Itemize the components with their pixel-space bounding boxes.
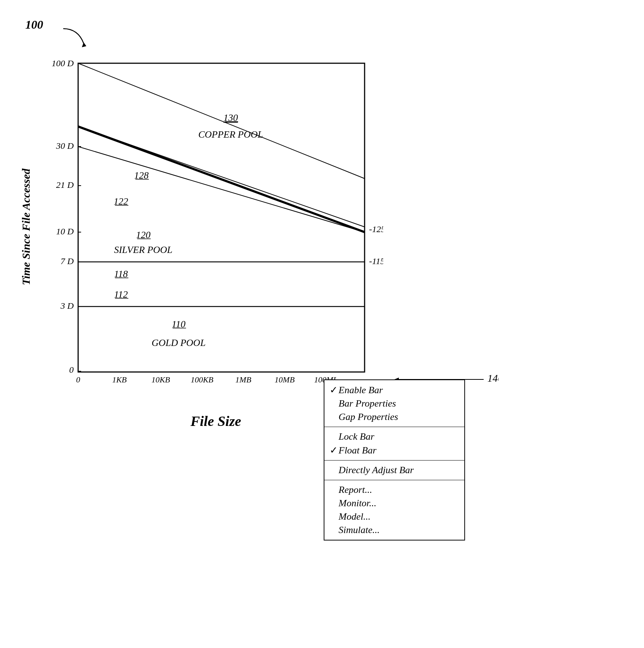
check-directly-adjust xyxy=(330,465,337,476)
check-simulate xyxy=(330,525,337,536)
bar-properties-label: Bar Properties xyxy=(339,398,396,409)
menu-section-1: ✓ Enable Bar Bar Properties Gap Properti… xyxy=(324,380,464,427)
svg-text:COPPER POOL: COPPER POOL xyxy=(198,129,263,140)
check-gap-properties xyxy=(330,411,337,423)
svg-marker-0 xyxy=(82,42,86,47)
lock-bar-label: Lock Bar xyxy=(339,431,374,442)
menu-item-monitor[interactable]: Monitor... xyxy=(330,497,459,510)
svg-text:30 D: 30 D xyxy=(56,141,74,151)
svg-text:100KB: 100KB xyxy=(190,375,213,384)
svg-text:-115: -115 xyxy=(369,256,383,266)
svg-text:GOLD POOL: GOLD POOL xyxy=(151,337,205,348)
gap-properties-label: Gap Properties xyxy=(339,411,398,423)
svg-text:21 D: 21 D xyxy=(56,180,74,190)
svg-text:10MB: 10MB xyxy=(275,375,295,384)
svg-text:10KB: 10KB xyxy=(151,375,170,384)
directly-adjust-label: Directly Adjust Bar xyxy=(339,465,414,476)
menu-section-4: Report... Monitor... Model... Simulate..… xyxy=(324,480,464,540)
monitor-label: Monitor... xyxy=(339,498,377,509)
enable-bar-label: Enable Bar xyxy=(339,385,383,396)
svg-text:0: 0 xyxy=(69,365,74,375)
menu-item-gap-properties[interactable]: Gap Properties xyxy=(330,410,459,424)
svg-text:SILVER POOL: SILVER POOL xyxy=(114,244,172,255)
svg-text:1KB: 1KB xyxy=(112,375,126,384)
menu-item-directly-adjust[interactable]: Directly Adjust Bar xyxy=(330,463,459,477)
menu-item-bar-properties[interactable]: Bar Properties xyxy=(330,397,459,410)
svg-text:140: 140 xyxy=(487,372,499,384)
svg-rect-1 xyxy=(78,63,365,372)
menu-item-report[interactable]: Report... xyxy=(330,483,459,497)
svg-text:100 D: 100 D xyxy=(52,58,74,68)
svg-text:10 D: 10 D xyxy=(56,227,74,236)
menu-section-3: Directly Adjust Bar xyxy=(324,461,464,480)
svg-text:3 D: 3 D xyxy=(60,301,74,311)
svg-text:7 D: 7 D xyxy=(61,256,74,266)
chart-svg: 100 D 30 D 21 D 10 D 7 D 3 D 0 0 1KB 10K… xyxy=(48,56,383,413)
model-label: Model... xyxy=(339,511,371,522)
y-axis-label: Time Since File Accessed xyxy=(15,56,37,398)
check-monitor xyxy=(330,498,337,509)
check-lock-bar xyxy=(330,431,337,442)
menu-item-simulate[interactable]: Simulate... xyxy=(330,523,459,537)
check-enable-bar: ✓ xyxy=(330,384,337,396)
check-float-bar: ✓ xyxy=(330,445,337,456)
figure-arrow xyxy=(60,27,89,49)
menu-item-enable-bar[interactable]: ✓ Enable Bar xyxy=(330,383,459,397)
context-menu: ✓ Enable Bar Bar Properties Gap Properti… xyxy=(324,379,465,540)
menu-item-float-bar[interactable]: ✓ Float Bar xyxy=(330,443,459,457)
svg-text:1MB: 1MB xyxy=(236,375,251,384)
menu-item-lock-bar[interactable]: Lock Bar xyxy=(330,430,459,443)
svg-text:-125: -125 xyxy=(369,224,383,234)
menu-item-model[interactable]: Model... xyxy=(330,510,459,523)
check-model xyxy=(330,511,337,522)
svg-text:0: 0 xyxy=(76,375,80,384)
float-bar-label: Float Bar xyxy=(339,445,377,456)
check-report xyxy=(330,484,337,495)
check-bar-properties xyxy=(330,398,337,409)
menu-section-2: Lock Bar ✓ Float Bar xyxy=(324,427,464,461)
simulate-label: Simulate... xyxy=(339,525,380,536)
figure-ref-number: 100 xyxy=(25,18,43,32)
report-label: Report... xyxy=(339,484,372,495)
